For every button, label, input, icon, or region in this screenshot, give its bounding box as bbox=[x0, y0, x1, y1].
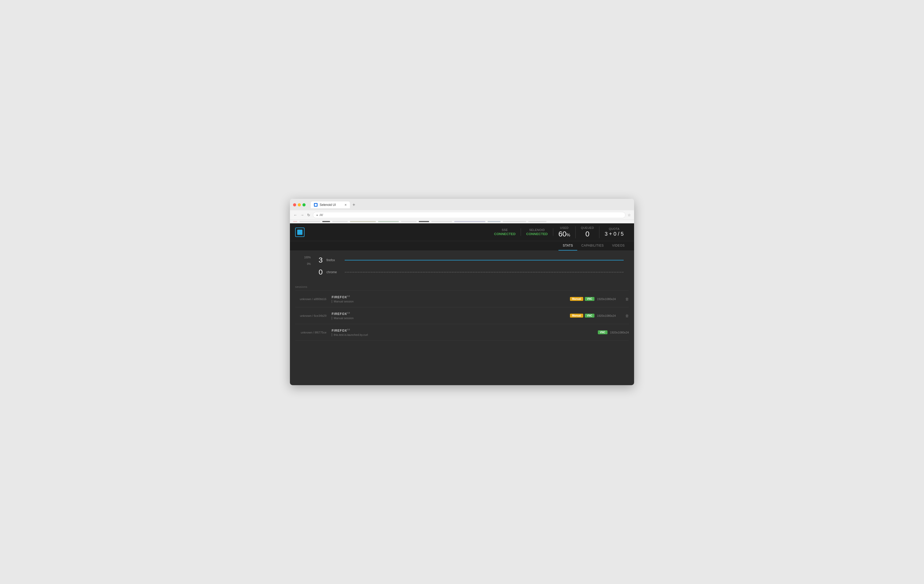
quota-group: QUOTA 3 + 0 / 5 bbox=[599, 227, 629, 237]
session-info-0: FIREFOX68 Manual session bbox=[332, 295, 379, 303]
delete-session-0-icon[interactable]: 🗑 bbox=[625, 297, 629, 301]
tag-vnc-2[interactable]: VNC bbox=[598, 330, 607, 334]
app-content: SSE CONNECTED SELENOID CONNECTED USED 60… bbox=[290, 223, 634, 385]
session-desc-1: Manual session bbox=[332, 316, 379, 320]
tab-stats[interactable]: STATS bbox=[558, 241, 577, 250]
queued-value: 0 bbox=[585, 230, 589, 238]
session-browser-0: FIREFOX68 bbox=[332, 295, 379, 299]
bookmark-item[interactable] bbox=[488, 221, 501, 222]
session-tags-2: VNC 1920x1080x24 bbox=[598, 330, 629, 334]
bookmarks-bar bbox=[290, 220, 634, 223]
chart-pct-1: 0% bbox=[300, 263, 311, 265]
delete-session-1-icon[interactable]: 🗑 bbox=[625, 314, 629, 318]
sse-status-group: SSE CONNECTED bbox=[489, 228, 521, 236]
bookmark-item[interactable] bbox=[401, 221, 417, 222]
session-resolution-0: 1920x1080x24 bbox=[597, 298, 616, 301]
session-info-2: FIREFOX68 this.test.is.launched.by.curl bbox=[332, 328, 379, 336]
bookmark-item[interactable] bbox=[293, 221, 297, 222]
session-desc-0: Manual session bbox=[332, 300, 379, 303]
tab-close-icon[interactable]: ✕ bbox=[345, 203, 347, 207]
url-text: /#/ bbox=[320, 213, 323, 217]
app-header: SSE CONNECTED SELENOID CONNECTED USED 60… bbox=[290, 223, 634, 241]
chart-area: 100% 0% 3 firefox 0 chrome bbox=[290, 251, 634, 285]
sse-label: SSE bbox=[502, 228, 508, 232]
bookmark-item[interactable] bbox=[299, 221, 320, 222]
minimize-button[interactable] bbox=[298, 203, 301, 207]
logo-inner bbox=[297, 230, 302, 235]
session-version-2: 68 bbox=[347, 328, 350, 331]
used-group: USED 60% bbox=[553, 226, 576, 238]
chart-pct-0: 100% bbox=[300, 256, 311, 259]
url-bar[interactable]: ● /#/ bbox=[313, 212, 625, 218]
selenoid-label: SELENOID bbox=[529, 228, 545, 232]
tag-vnc-0[interactable]: VNC bbox=[585, 297, 594, 301]
tab-bar: Selenoid UI ✕ + bbox=[311, 202, 357, 208]
browser-tab[interactable]: Selenoid UI ✕ bbox=[311, 202, 350, 208]
used-label: USED bbox=[560, 226, 569, 229]
chart-bar-chrome bbox=[345, 272, 624, 273]
session-desc-2: this.test.is.launched.by.curl bbox=[332, 333, 379, 336]
queued-label: QUEUED bbox=[581, 226, 594, 229]
close-button[interactable] bbox=[293, 203, 296, 207]
maximize-button[interactable] bbox=[302, 203, 305, 207]
browser-window: Selenoid UI ✕ + ← → ↻ ● /#/ ☆ bbox=[290, 199, 634, 385]
session-resolution-1: 1920x1080x24 bbox=[597, 314, 616, 317]
sessions-label: sessions bbox=[295, 285, 629, 288]
app-logo bbox=[295, 228, 305, 237]
session-id-2: unknown / 8f6775ce bbox=[295, 331, 327, 334]
chart-browser-firefox: firefox bbox=[327, 258, 342, 262]
bookmark-item[interactable] bbox=[332, 221, 348, 222]
reload-button[interactable]: ↻ bbox=[307, 212, 311, 218]
session-id-0: unknown / a880bb16 bbox=[295, 298, 327, 301]
title-bar: Selenoid UI ✕ + bbox=[290, 199, 634, 210]
tab-title: Selenoid UI bbox=[320, 203, 336, 207]
bookmark-item[interactable] bbox=[378, 221, 399, 222]
tab-capabilities[interactable]: CAPABILITIES bbox=[577, 241, 608, 250]
chart-row-firefox: 3 firefox bbox=[318, 256, 624, 264]
session-resolution-2: 1920x1080x24 bbox=[610, 331, 629, 334]
nav-tabs: STATS CAPABILITIES VIDEOS bbox=[290, 241, 634, 251]
table-row: unknown / 6ce34b29 FIREFOX68 Manual sess… bbox=[295, 307, 629, 324]
quota-value: 3 + 0 / 5 bbox=[605, 231, 624, 237]
bookmark-item[interactable] bbox=[454, 221, 485, 222]
tag-manual-1[interactable]: Manual bbox=[570, 314, 583, 318]
session-version-0: 68 bbox=[347, 295, 350, 298]
session-version-1: 68 bbox=[347, 311, 350, 314]
bookmark-item[interactable] bbox=[431, 221, 452, 222]
window-buttons bbox=[293, 203, 305, 207]
quota-label: QUOTA bbox=[609, 227, 619, 230]
bookmark-item[interactable] bbox=[419, 221, 429, 222]
session-tags-0: Manual VNC 1920x1080x24 bbox=[570, 297, 616, 301]
session-browser-1: FIREFOX68 bbox=[332, 311, 379, 316]
bookmark-item[interactable] bbox=[503, 221, 526, 222]
session-browser-2: FIREFOX68 bbox=[332, 328, 379, 333]
used-value: 60% bbox=[558, 230, 570, 238]
address-bar: ← → ↻ ● /#/ ☆ bbox=[290, 210, 634, 220]
session-id-1: unknown / 6ce34b29 bbox=[295, 314, 327, 317]
table-row: unknown / a880bb16 FIREFOX68 Manual sess… bbox=[295, 290, 629, 307]
session-info-1: FIREFOX68 Manual session bbox=[332, 311, 379, 320]
tag-manual-0[interactable]: Manual bbox=[570, 297, 583, 301]
tab-favicon bbox=[314, 203, 318, 207]
chart-value-firefox: 3 bbox=[318, 256, 324, 264]
session-tags-1: Manual VNC 1920x1080x24 bbox=[570, 314, 616, 318]
sessions-section: sessions unknown / a880bb16 FIREFOX68 Ma… bbox=[290, 285, 634, 341]
sse-status: CONNECTED bbox=[494, 232, 515, 236]
bookmark-item[interactable] bbox=[322, 221, 330, 222]
chart-bar-firefox bbox=[345, 260, 624, 260]
forward-button[interactable]: → bbox=[300, 212, 305, 218]
chart-bar-container-firefox bbox=[345, 260, 624, 260]
bookmark-item[interactable] bbox=[528, 221, 546, 222]
chart-bar-container-chrome bbox=[345, 272, 624, 273]
tab-videos[interactable]: VIDEOS bbox=[608, 241, 629, 250]
chart-browser-chrome: chrome bbox=[327, 270, 342, 274]
selenoid-status-group: SELENOID CONNECTED bbox=[521, 228, 553, 236]
selenoid-status: CONNECTED bbox=[526, 232, 548, 236]
new-tab-button[interactable]: + bbox=[351, 202, 357, 208]
tag-vnc-1[interactable]: VNC bbox=[585, 314, 594, 318]
chart-value-chrome: 0 bbox=[318, 268, 324, 276]
header-stats: SSE CONNECTED SELENOID CONNECTED USED 60… bbox=[489, 226, 629, 238]
chart-row-chrome: 0 chrome bbox=[318, 268, 624, 276]
back-button[interactable]: ← bbox=[293, 212, 298, 218]
bookmark-item[interactable] bbox=[350, 221, 376, 222]
